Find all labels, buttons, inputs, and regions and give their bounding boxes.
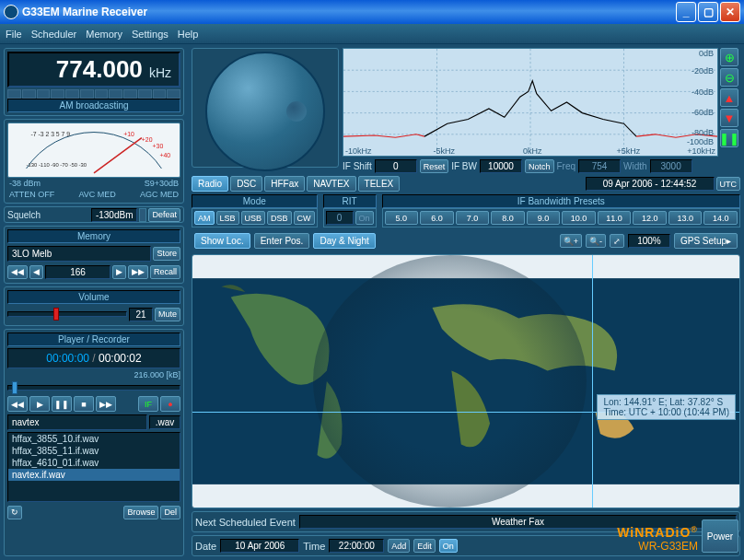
- rit-on-button[interactable]: On: [355, 211, 374, 225]
- pause-button[interactable]: ❚❚: [52, 396, 72, 412]
- mem-first-button[interactable]: ◀◀: [7, 265, 28, 279]
- filename-input[interactable]: [7, 414, 147, 430]
- if-button[interactable]: IF: [138, 396, 158, 412]
- frequency-display[interactable]: 774.000 kHz: [7, 52, 180, 88]
- browse-button[interactable]: Browse: [123, 506, 158, 519]
- spectrum-display[interactable]: 0dB -20dB -40dB -60dB -80dB -100dB -10kH…: [343, 48, 718, 157]
- refresh-button[interactable]: ↻: [7, 506, 22, 519]
- memory-index[interactable]: 166: [45, 265, 110, 279]
- digit-steppers[interactable]: [7, 89, 180, 99]
- mode-cw[interactable]: CW: [294, 211, 315, 225]
- squelch-defeat-button[interactable]: Defeat: [148, 208, 180, 222]
- map-reset-icon[interactable]: ⤢: [610, 234, 624, 248]
- mode-lsb[interactable]: LSB: [216, 211, 239, 225]
- file-item[interactable]: hffax_3855_11.if.wav: [8, 445, 180, 457]
- ifbw-preset-14.0[interactable]: 14.0: [703, 211, 738, 225]
- menu-settings[interactable]: Settings: [132, 29, 169, 40]
- agc-status[interactable]: AGC MED: [140, 190, 179, 199]
- menu-help[interactable]: Help: [178, 29, 199, 40]
- file-item[interactable]: hffax_4610_01.if.wav: [8, 457, 180, 469]
- sched-edit-button[interactable]: Edit: [413, 539, 436, 553]
- show-loc-button[interactable]: Show Loc.: [194, 233, 250, 249]
- store-button[interactable]: Store: [153, 247, 180, 261]
- day-night-button[interactable]: Day & Night: [313, 233, 375, 249]
- reset-button[interactable]: Reset: [420, 159, 449, 173]
- mode-am[interactable]: AM: [194, 211, 215, 225]
- sched-time[interactable]: 22:00:00: [329, 539, 384, 553]
- memory-name-input[interactable]: [7, 246, 151, 262]
- menu-file[interactable]: File: [6, 29, 22, 40]
- player-progress[interactable]: [7, 385, 180, 391]
- record-button[interactable]: ●: [160, 396, 180, 412]
- avc-status[interactable]: AVC MED: [78, 190, 115, 199]
- utc-button[interactable]: UTC: [716, 177, 741, 191]
- ifbw-preset-11.0[interactable]: 11.0: [598, 211, 632, 225]
- marker-down-icon[interactable]: ▼: [720, 109, 738, 127]
- ifbw-preset-6.0[interactable]: 6.0: [420, 211, 454, 225]
- close-button[interactable]: ✕: [720, 2, 740, 22]
- ifbw-preset-9.0[interactable]: 9.0: [527, 211, 561, 225]
- delete-button[interactable]: Del: [160, 506, 180, 519]
- sched-on-button[interactable]: On: [439, 539, 458, 553]
- tab-radio[interactable]: Radio: [192, 176, 228, 192]
- ifbw-presets: 5.06.07.08.09.010.011.012.013.014.0: [382, 208, 740, 228]
- map-zoom-out-icon[interactable]: 🔍-: [586, 234, 606, 248]
- menu-memory[interactable]: Memory: [86, 29, 122, 40]
- zoom-in-icon[interactable]: ⊕: [720, 48, 738, 66]
- volume-panel: Volume 21 Mute: [4, 286, 184, 326]
- maximize-button[interactable]: ▢: [698, 2, 718, 22]
- ifbw-preset-7.0[interactable]: 7.0: [456, 211, 490, 225]
- pause-spectrum-icon[interactable]: ❚❚: [720, 129, 738, 147]
- sched-date[interactable]: 10 Apr 2006: [220, 539, 299, 553]
- tuning-dial[interactable]: [192, 48, 339, 168]
- power-button[interactable]: Power: [702, 519, 738, 553]
- mem-last-button[interactable]: ▶▶: [128, 265, 148, 279]
- file-ext[interactable]: .wav: [149, 415, 180, 429]
- marker-up-icon[interactable]: ▲: [720, 88, 738, 107]
- map-zoom-in-icon[interactable]: 🔍+: [560, 234, 582, 248]
- app-icon: [4, 5, 18, 19]
- minimize-button[interactable]: _: [676, 2, 696, 22]
- recall-button[interactable]: Recall: [150, 265, 180, 279]
- file-item[interactable]: hffax_3855_10.if.wav: [8, 433, 180, 445]
- gps-setup-button[interactable]: GPS Setup ▸: [674, 233, 738, 249]
- player-size: 216.000 [kB]: [7, 370, 180, 379]
- if-bw-input[interactable]: [480, 159, 522, 173]
- ifbw-preset-10.0[interactable]: 10.0: [562, 211, 596, 225]
- atten-status[interactable]: ATTEN OFF: [9, 190, 54, 199]
- ifbw-preset-8.0[interactable]: 8.0: [491, 211, 525, 225]
- tab-hffax[interactable]: HFFax: [264, 176, 305, 192]
- mode-usb[interactable]: USB: [241, 211, 266, 225]
- if-shift-input[interactable]: [375, 159, 417, 173]
- mem-prev-button[interactable]: ◀: [29, 265, 43, 279]
- world-map[interactable]: Lon: 144.91° E; Lat: 37.82° S Time: UTC …: [192, 254, 740, 508]
- forward-button[interactable]: ▶▶: [96, 396, 116, 412]
- tab-dsc[interactable]: DSC: [230, 176, 262, 192]
- file-list[interactable]: hffax_3855_10.if.wavhffax_3855_11.if.wav…: [7, 432, 180, 502]
- ifbw-preset-13.0[interactable]: 13.0: [668, 211, 703, 225]
- menu-scheduler[interactable]: Scheduler: [31, 29, 77, 40]
- enter-pos-button[interactable]: Enter Pos.: [254, 233, 310, 249]
- tab-navtex[interactable]: NAVTEX: [307, 176, 355, 192]
- tab-telex[interactable]: TELEX: [358, 176, 401, 192]
- ifbw-preset-5.0[interactable]: 5.0: [385, 211, 419, 225]
- play-button[interactable]: ▶: [29, 396, 50, 412]
- rit-value: 0: [326, 211, 354, 225]
- file-item[interactable]: navtex.if.wav: [8, 469, 180, 481]
- sched-add-button[interactable]: Add: [388, 539, 410, 553]
- rewind-button[interactable]: ◀◀: [7, 396, 28, 412]
- mem-next-button[interactable]: ▶: [112, 265, 126, 279]
- squelch-label: Squelch: [7, 210, 89, 220]
- volume-slider[interactable]: [7, 308, 127, 321]
- zoom-out-icon[interactable]: ⊖: [720, 68, 738, 87]
- stop-button[interactable]: ■: [74, 396, 94, 412]
- mute-button[interactable]: Mute: [155, 308, 180, 321]
- notch-button[interactable]: Notch: [525, 159, 554, 173]
- ifbw-preset-12.0[interactable]: 12.0: [633, 211, 667, 225]
- squelch-stepper[interactable]: [139, 208, 146, 222]
- svg-text:+30: +30: [153, 143, 164, 149]
- mode-dsb[interactable]: DSB: [267, 211, 292, 225]
- titlebar: G33EM Marine Receiver _ ▢ ✕: [0, 0, 744, 24]
- squelch-value[interactable]: -130dBm: [91, 208, 138, 222]
- squelch-panel: Squelch -130dBm Defeat: [4, 206, 184, 223]
